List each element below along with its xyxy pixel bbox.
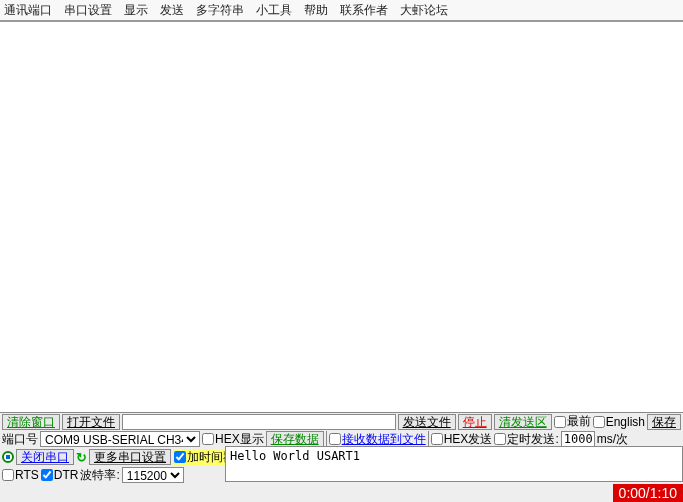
close-port-button[interactable]: 关闭串口 <box>16 449 74 465</box>
hex-send-check[interactable]: HEX发送 <box>431 431 493 448</box>
menu-tools[interactable]: 小工具 <box>256 2 292 19</box>
timed-send-check[interactable]: 定时发送: <box>494 431 558 448</box>
dtr-check[interactable]: DTR <box>41 468 79 482</box>
port-status-icon <box>2 451 14 463</box>
period-input[interactable] <box>561 431 595 447</box>
menu-help[interactable]: 帮助 <box>304 2 328 19</box>
english-check[interactable]: English <box>593 415 645 429</box>
stop-button[interactable]: 停止 <box>458 414 492 430</box>
recv-to-file-check[interactable]: 接收数据到文件 <box>329 431 426 448</box>
save-button[interactable]: 保存 <box>647 414 681 430</box>
clear-window-button[interactable]: 清除窗口 <box>2 414 60 430</box>
video-time-overlay: 0:00/1:10 <box>613 484 683 502</box>
receive-area[interactable] <box>0 24 683 370</box>
rts-check[interactable]: RTS <box>2 468 39 482</box>
menu-bar: 通讯端口 串口设置 显示 发送 多字符串 小工具 帮助 联系作者 大虾论坛 <box>0 0 683 22</box>
baud-select[interactable]: 115200 <box>122 467 184 483</box>
open-file-button[interactable]: 打开文件 <box>62 414 120 430</box>
clear-send-button[interactable]: 清发送区 <box>494 414 552 430</box>
send-textarea[interactable]: Hello World USART1 <box>225 446 683 482</box>
bottom-panel: 清除窗口 打开文件 发送文件 停止 清发送区 最前 English 保存 端口号… <box>0 412 683 502</box>
toolbar-row-5 <box>0 484 225 502</box>
menu-serial[interactable]: 串口设置 <box>64 2 112 19</box>
send-file-button[interactable]: 发送文件 <box>398 414 456 430</box>
refresh-icon[interactable]: ↻ <box>76 450 87 465</box>
menu-multistr[interactable]: 多字符串 <box>196 2 244 19</box>
menu-send[interactable]: 发送 <box>160 2 184 19</box>
toolbar-row-4: RTS DTR 波特率: 115200 <box>0 466 225 484</box>
baud-label: 波特率: <box>80 467 119 484</box>
port-select[interactable]: COM9 USB-SERIAL CH340 <box>40 431 200 447</box>
file-path-box[interactable] <box>122 414 396 430</box>
toolbar-row-1: 清除窗口 打开文件 发送文件 停止 清发送区 最前 English 保存 <box>0 412 683 430</box>
menu-display[interactable]: 显示 <box>124 2 148 19</box>
hex-show-check[interactable]: HEX显示 <box>202 431 264 448</box>
menu-forum[interactable]: 大虾论坛 <box>400 2 448 19</box>
topmost-check[interactable]: 最前 <box>554 413 591 430</box>
save-data-button[interactable]: 保存数据 <box>266 431 324 447</box>
more-settings-button[interactable]: 更多串口设置 <box>89 449 171 465</box>
port-label: 端口号 <box>2 431 38 448</box>
menu-comm[interactable]: 通讯端口 <box>4 2 52 19</box>
period-unit: ms/次 <box>597 431 628 448</box>
menu-contact[interactable]: 联系作者 <box>340 2 388 19</box>
